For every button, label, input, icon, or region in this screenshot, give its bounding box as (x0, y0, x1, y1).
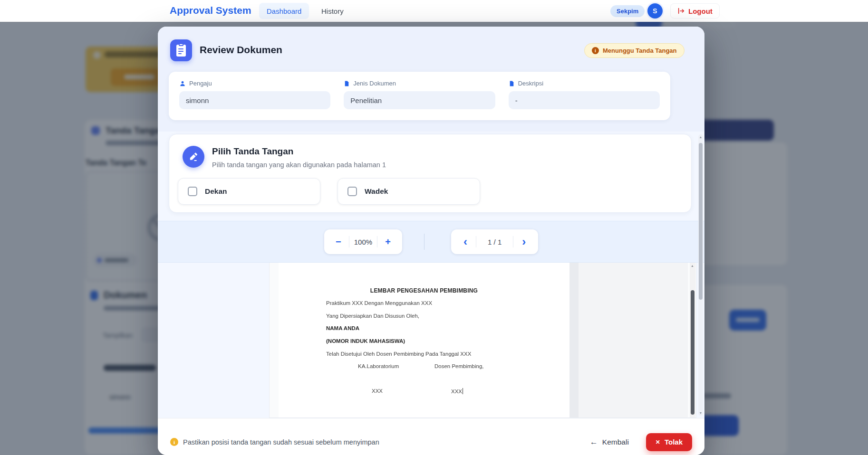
field-label: Deskripsi (518, 80, 543, 87)
top-navbar: Approval System Dashboard History Sekpim… (0, 0, 868, 22)
doc-line: Telah Disetujui Oleh Dosen Pembimbing Pa… (326, 351, 471, 357)
modal-scroll-thumb[interactable] (699, 143, 703, 300)
doc-sign-value-left: XXX (372, 388, 383, 394)
scroll-up-icon[interactable]: ▲ (698, 135, 703, 139)
choose-signature-subtitle: Pilih tanda tangan yang akan digunakan p… (212, 161, 386, 169)
page-indicator: 1 / 1 (476, 229, 513, 254)
field-pengaju: Pengaju simonn (179, 80, 330, 112)
modal-footer: i Pastikan posisi tanda tangan sudah ses… (158, 418, 704, 455)
zoom-level: 100% (349, 229, 377, 254)
logout-icon (677, 7, 685, 15)
modal-title: Review Dokumen (200, 44, 282, 56)
signature-option-dekan[interactable]: Dekan (178, 178, 320, 205)
pdf-scroll-thumb[interactable] (691, 290, 694, 415)
choose-signature-card: Pilih Tanda Tangan Pilih tanda tangan ya… (169, 134, 692, 213)
pdf-page: LEMBAR PENGESAHAN PEMBIMBING Praktikum X… (279, 263, 569, 417)
info-icon: i (592, 47, 599, 54)
doc-sign-col-right: Dosen Pembimbing, (434, 363, 484, 369)
toolbar-divider (424, 234, 424, 250)
option-label: Dekan (205, 187, 227, 196)
status-badge: i Menunggu Tanda Tangan (584, 43, 685, 58)
text-cursor (463, 388, 463, 394)
field-label: Jenis Dokumen (353, 80, 396, 87)
logout-label: Logout (688, 7, 713, 15)
doc-line: NAMA ANDA (326, 325, 359, 331)
doc-line: Yang Dipersiapkan Dan Disusun Oleh, (326, 313, 419, 319)
screen: Tanda Tangan Tanda Tangan Te Dokumen Tam… (0, 0, 868, 455)
zoom-out-button[interactable]: − (328, 229, 349, 254)
status-badge-label: Menunggu Tanda Tangan (603, 47, 677, 54)
modal-scroll-area: Pilih Tanda Tangan Pilih tanda tangan ya… (158, 132, 704, 418)
doc-line: (NOMOR INDUK MAHASISWA) (326, 338, 405, 344)
review-document-modal: Review Dokumen i Menunggu Tanda Tangan P… (158, 27, 704, 455)
prev-page-button[interactable]: ‹ (455, 229, 476, 254)
user-avatar[interactable]: S (647, 3, 663, 19)
field-value-pengaju: simonn (179, 91, 330, 109)
pdf-viewer: LEMBAR PENGESAHAN PEMBIMBING Praktikum X… (269, 263, 696, 418)
field-label: Pengaju (189, 80, 212, 87)
zoom-in-button[interactable]: + (377, 229, 398, 254)
zoom-controls: − 100% + (324, 229, 402, 254)
document-icon (344, 80, 350, 87)
reject-button-label: Tolak (665, 438, 683, 446)
app-brand: Approval System (170, 5, 251, 16)
arrow-left-icon: ← (590, 437, 598, 447)
back-button[interactable]: ← Kembali (590, 437, 629, 447)
choose-signature-title: Pilih Tanda Tangan (212, 146, 293, 157)
checkbox-wadek[interactable] (347, 187, 357, 196)
user-icon (179, 80, 186, 87)
doc-sign-value-right: XXX (451, 388, 463, 394)
field-jenis-dokumen: Jenis Dokumen Penelitian (344, 80, 495, 112)
info-icon: i (170, 438, 178, 446)
modal-scrollbar[interactable]: ▲ ▼ (698, 134, 703, 416)
back-button-label: Kembali (602, 438, 629, 446)
scroll-down-icon[interactable]: ▼ (698, 411, 703, 415)
footer-note: Pastikan posisi tanda tangan sudah sesua… (183, 438, 379, 446)
logout-button[interactable]: Logout (670, 3, 720, 19)
field-deskripsi: Deskripsi - (509, 80, 660, 112)
signature-option-wadek[interactable]: Wadek (338, 178, 480, 205)
tab-dashboard[interactable]: Dashboard (259, 3, 309, 19)
role-badge: Sekpim (610, 5, 645, 17)
close-icon: ✕ (656, 439, 660, 446)
document-icon (509, 80, 515, 87)
tab-history[interactable]: History (314, 3, 351, 19)
doc-line: Praktikum XXX Dengan Menggunakan XXX (326, 300, 432, 306)
next-page-button[interactable]: › (513, 229, 534, 254)
scroll-up-icon[interactable]: ▲ (691, 264, 694, 267)
clipboard-icon (170, 39, 192, 61)
checkbox-dekan[interactable] (188, 187, 197, 196)
viewer-side-panel (579, 263, 688, 417)
doc-title: LEMBAR PENGESAHAN PEMBIMBING (279, 287, 569, 294)
doc-sign-col-left: KA.Laboratorium (358, 363, 399, 369)
pdf-scrollbar[interactable]: ▲ (690, 263, 695, 417)
modal-header: Review Dokumen i Menunggu Tanda Tangan P… (158, 27, 704, 132)
signature-pen-icon (183, 146, 204, 168)
field-value-jenis: Penelitian (344, 91, 495, 109)
document-info-card: Pengaju simonn Jenis Dokumen Penelitian (169, 72, 670, 120)
viewer-toolbar: − 100% + ‹ 1 / 1 › (158, 221, 704, 263)
page-gutter (569, 263, 579, 417)
reject-button[interactable]: ✕ Tolak (646, 433, 692, 451)
option-label: Wadek (365, 187, 388, 196)
field-value-deskripsi: - (509, 91, 660, 109)
page-controls: ‹ 1 / 1 › (451, 229, 538, 254)
